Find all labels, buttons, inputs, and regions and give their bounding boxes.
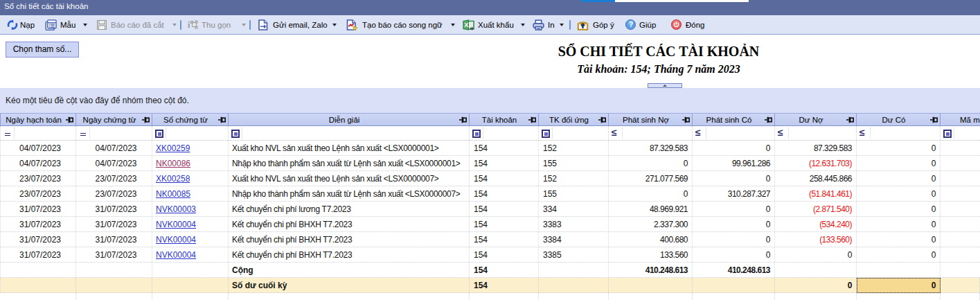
svg-text:X: X — [464, 21, 469, 28]
svg-text:i: i — [188, 20, 190, 30]
svg-text:?: ? — [629, 21, 633, 28]
